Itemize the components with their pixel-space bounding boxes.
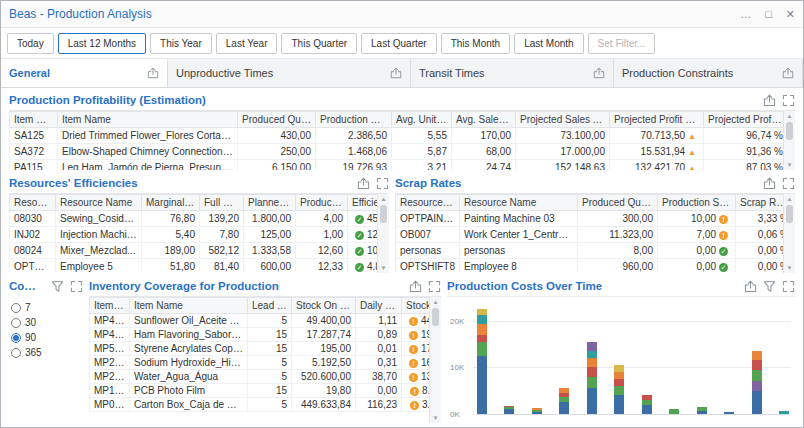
more-options-button[interactable]: … — [740, 8, 751, 21]
table-row[interactable]: personaspersonas8,000,00✓0,00 % — [396, 243, 794, 259]
column-header[interactable]: Avg. Unit Cost — [392, 112, 452, 128]
stacked-bar[interactable] — [779, 411, 789, 414]
scroll-up-icon[interactable]: ▲ — [433, 298, 439, 306]
scroll-down-icon[interactable]: ▼ — [433, 414, 439, 422]
export-icon[interactable] — [782, 67, 794, 79]
export-icon[interactable] — [744, 280, 757, 293]
export-icon[interactable] — [147, 67, 159, 79]
stacked-bar[interactable] — [504, 406, 514, 414]
coverage-radio-90[interactable] — [11, 333, 21, 343]
export-icon[interactable] — [357, 177, 370, 190]
coverage-option-30[interactable]: 30 — [11, 317, 81, 328]
filter-last-12-months-button[interactable]: Last 12 Months — [58, 33, 146, 54]
stacked-bar[interactable] — [532, 408, 542, 414]
column-header[interactable]: Projected Profit Margin (%) — [704, 112, 788, 128]
tab-transit-times[interactable]: Transit Times — [411, 59, 614, 87]
column-header[interactable]: Resource Code — [396, 195, 460, 211]
filter-last-year-button[interactable]: Last Year — [216, 33, 278, 54]
stacked-bar[interactable] — [614, 365, 624, 414]
scrollbar-thumb[interactable] — [786, 205, 793, 223]
coverage-option-90[interactable]: 90 — [11, 332, 81, 343]
table-row[interactable]: OPTSHIFT8Employee 8960,000,00✓0,00 % — [396, 259, 794, 274]
column-header[interactable]: Avg. Sales Price — [452, 112, 516, 128]
table-row[interactable]: MP286Sodium Hydroxide_Hidróxid...55.192,… — [90, 356, 442, 370]
expand-icon[interactable] — [782, 280, 795, 293]
scrollbar[interactable]: ▲ ▼ — [377, 194, 389, 273]
column-header[interactable]: Production Ti... — [296, 195, 348, 211]
column-header[interactable]: Resource Name — [460, 195, 578, 211]
table-row[interactable]: MP183PCB Photo Film1519,800,00!8.910,00 — [90, 384, 442, 398]
scroll-down-icon[interactable]: ▼ — [787, 264, 793, 272]
scroll-down-icon[interactable]: ▼ — [787, 161, 793, 169]
stacked-bar[interactable] — [559, 388, 569, 414]
tab-general[interactable]: General — [1, 59, 168, 87]
table-row[interactable]: MP022Carton Box_Caja de Cartó...5449.633… — [90, 398, 442, 412]
filter-icon[interactable] — [763, 280, 776, 293]
filter-this-year-button[interactable]: This Year — [150, 33, 212, 54]
export-icon[interactable] — [763, 177, 776, 190]
expand-icon[interactable] — [376, 177, 389, 190]
column-header[interactable]: Item Name — [58, 112, 238, 128]
table-row[interactable]: MP423Sunflower Oil_Aceite de Gir...549.4… — [90, 314, 442, 328]
filter-icon[interactable] — [51, 280, 64, 293]
expand-icon[interactable] — [428, 280, 441, 293]
tab-unproductive-times[interactable]: Unproductive Times — [168, 59, 411, 87]
column-header[interactable]: Stock On Hand — [292, 298, 356, 314]
stacked-bar[interactable] — [697, 407, 707, 414]
column-header[interactable]: Planned Pro... — [244, 195, 296, 211]
table-row[interactable]: OPTSHIFT5Employee 551,8081,40600,0012,33… — [10, 259, 390, 274]
column-header[interactable]: Projected Sales Amount — [516, 112, 610, 128]
filter-last-quarter-button[interactable]: Last Quarter — [361, 33, 437, 54]
coverage-radio-365[interactable] — [11, 348, 21, 358]
coverage-option-365[interactable]: 365 — [11, 347, 81, 358]
export-icon[interactable] — [409, 280, 422, 293]
table-row[interactable]: SA372Elbow-Shaped Chimney Connection Ø 8… — [10, 144, 788, 160]
column-header[interactable]: Item Co... — [90, 298, 130, 314]
column-header[interactable]: Item Name — [130, 298, 248, 314]
scroll-up-icon[interactable]: ▲ — [787, 112, 793, 120]
filter-last-month-button[interactable]: Last Month — [514, 33, 583, 54]
column-header[interactable]: Lead Time — [248, 298, 292, 314]
column-header[interactable]: Full Costs — [200, 195, 244, 211]
table-row[interactable]: 08030Sewing_Cosido_...76,80139,201.800,0… — [10, 211, 390, 227]
stacked-bar[interactable] — [724, 412, 734, 414]
column-header[interactable]: Produced Quantity — [238, 112, 316, 128]
scrollbar[interactable]: ▲ ▼ — [783, 194, 795, 273]
table-row[interactable]: OB007Work Center 1_Centro de Trabajo I11… — [396, 227, 794, 243]
stacked-bar[interactable] — [669, 409, 679, 414]
column-header[interactable]: Daily Issues — [356, 298, 402, 314]
export-icon[interactable] — [763, 94, 776, 107]
column-header[interactable]: Projected Profit Margin — [610, 112, 704, 128]
stacked-bar[interactable] — [642, 395, 652, 414]
filter-today-button[interactable]: Today — [7, 33, 54, 54]
filter-this-quarter-button[interactable]: This Quarter — [281, 33, 357, 54]
table-row[interactable]: PA115Leg Ham_Jamón de Pierna_Presunto de… — [10, 160, 788, 171]
filter-this-month-button[interactable]: This Month — [441, 33, 510, 54]
scroll-up-icon[interactable]: ▲ — [787, 195, 793, 203]
scrollbar[interactable]: ▲ ▼ — [783, 111, 795, 170]
expand-icon[interactable] — [70, 280, 83, 293]
table-row[interactable]: OPTPAINT03Painting Machine 03300,0010,00… — [396, 211, 794, 227]
tab-production-constraints[interactable]: Production Constraints — [614, 59, 803, 87]
table-row[interactable]: MP231Water_Agua_Água5520.600,0038,70!13.… — [90, 370, 442, 384]
column-header[interactable]: Production Scraps — [658, 195, 736, 211]
set-filter-button[interactable]: Set Filter... — [588, 33, 656, 54]
expand-icon[interactable] — [782, 94, 795, 107]
coverage-radio-7[interactable] — [11, 303, 21, 313]
column-header[interactable]: Item Code — [10, 112, 58, 128]
column-header[interactable]: Produced Quantity — [578, 195, 658, 211]
column-header[interactable]: Resourc... — [10, 195, 56, 211]
maximize-button[interactable]: □ — [765, 8, 772, 21]
table-row[interactable]: MP554Styrene Acrylates Copolym...15195,0… — [90, 342, 442, 356]
column-header[interactable]: Marginal Costs — [142, 195, 200, 211]
scrollbar-thumb[interactable] — [786, 122, 793, 140]
coverage-option-7[interactable]: 7 — [11, 302, 81, 313]
column-header[interactable]: Resource Name — [56, 195, 142, 211]
table-row[interactable]: INJ02Injection Machine 25,407,80125,001,… — [10, 227, 390, 243]
column-header[interactable]: Production Costs — [316, 112, 392, 128]
scrollbar[interactable]: ▲ ▼ — [429, 297, 441, 423]
export-icon[interactable] — [593, 67, 605, 79]
coverage-radio-30[interactable] — [11, 318, 21, 328]
close-button[interactable]: ✕ — [786, 8, 795, 21]
scrollbar-thumb[interactable] — [432, 308, 439, 326]
